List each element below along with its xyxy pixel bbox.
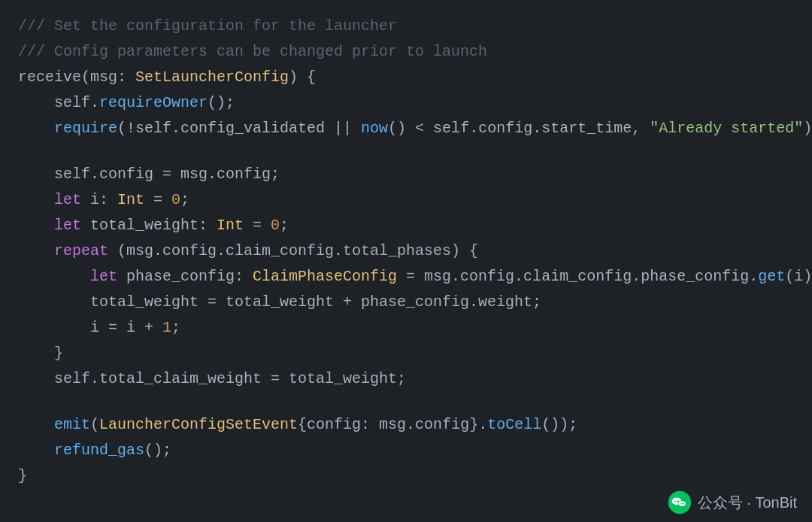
code-line-18: refund_gas(); bbox=[18, 438, 794, 463]
wechat-icon bbox=[668, 490, 692, 514]
code-line-3: receive(msg: SetLauncherConfig) { bbox=[18, 65, 794, 90]
code-line-17: emit(LauncherConfigSetEvent{config: msg.… bbox=[18, 412, 794, 438]
code-line-empty-2 bbox=[18, 392, 794, 412]
svg-point-8 bbox=[682, 503, 683, 505]
code-line-9: let total_weight: Int = 0; bbox=[18, 213, 794, 238]
code-line-2: /// Config parameters can be changed pri… bbox=[18, 39, 794, 65]
code-line-empty-1 bbox=[18, 141, 794, 162]
svg-point-4 bbox=[674, 500, 675, 502]
code-line-14: } bbox=[18, 341, 794, 366]
code-block: /// Set the configuration for the launch… bbox=[0, 0, 812, 522]
code-line-4: self.requireOwner(); bbox=[18, 90, 794, 116]
code-line-7: self.config = msg.config; bbox=[18, 162, 794, 187]
svg-point-9 bbox=[683, 503, 685, 505]
code-line-1: /// Set the configuration for the launch… bbox=[18, 14, 794, 39]
watermark-text: 公众号 · TonBit bbox=[698, 493, 797, 513]
watermark: 公众号 · TonBit bbox=[653, 483, 812, 522]
code-line-8: let i: Int = 0; bbox=[18, 187, 794, 213]
code-line-11: let phase_config: ClaimPhaseConfig = msg… bbox=[18, 264, 794, 290]
code-line-12: total_weight = total_weight + phase_conf… bbox=[18, 290, 794, 315]
code-line-15: self.total_claim_weight = total_weight; bbox=[18, 366, 794, 392]
code-line-13: i = i + 1; bbox=[18, 315, 794, 341]
code-line-5: require(!self.config_validated || now() … bbox=[18, 116, 794, 141]
svg-point-5 bbox=[676, 500, 677, 502]
code-line-10: repeat (msg.config.claim_config.total_ph… bbox=[18, 238, 794, 264]
svg-point-6 bbox=[677, 500, 679, 502]
svg-point-7 bbox=[680, 503, 682, 505]
